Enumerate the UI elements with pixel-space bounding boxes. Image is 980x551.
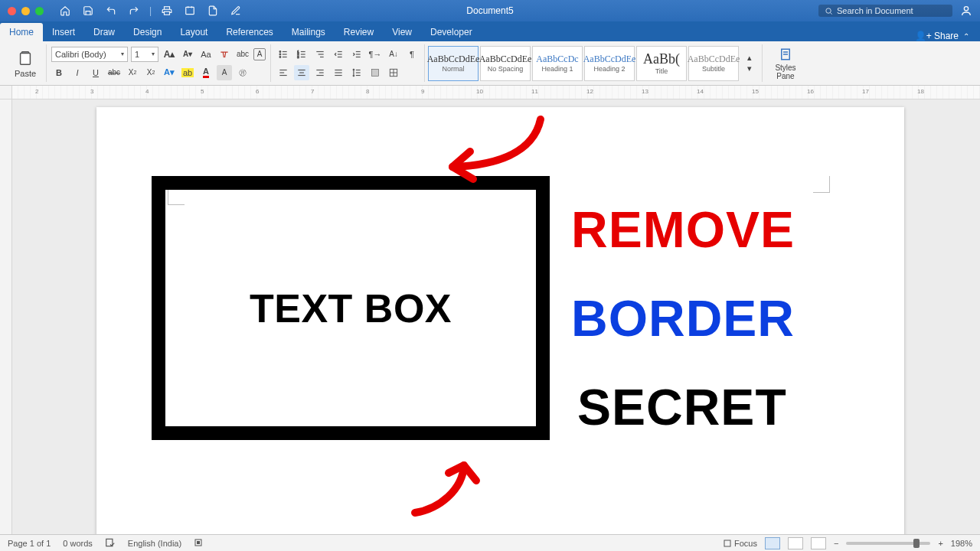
svg-point-5 (964, 7, 968, 11)
numbering-button[interactable]: 123 (294, 47, 309, 62)
zoom-out-button[interactable]: − (834, 539, 838, 548)
quick-access-toolbar: | (57, 3, 243, 18)
share-button[interactable]: 👤+ Share (915, 31, 959, 41)
horizontal-ruler[interactable]: 23456789101112131415161718 (0, 86, 980, 99)
text-box-content: TEXT BOX (250, 285, 452, 331)
style-normal[interactable]: AaBbCcDdEeNormal (428, 46, 479, 81)
text-effects-button[interactable]: A▾ (162, 65, 177, 80)
home-icon[interactable] (57, 3, 73, 18)
tab-home[interactable]: Home (0, 23, 43, 41)
spellcheck-icon[interactable] (105, 537, 116, 549)
styles-scroll-up-icon[interactable]: ▴ (742, 53, 757, 64)
vertical-ruler[interactable] (0, 99, 12, 534)
align-left-button[interactable] (276, 65, 291, 80)
character-border-button[interactable]: A (253, 48, 266, 60)
styles-pane-button[interactable]: Styles Pane (767, 47, 804, 80)
zoom-slider[interactable] (846, 542, 930, 545)
strikethrough-button[interactable]: abc (106, 65, 122, 80)
close-window-icon[interactable] (8, 7, 16, 15)
grow-font-button[interactable]: A▴ (162, 47, 177, 62)
show-marks-button[interactable]: ¶ (404, 47, 420, 62)
enclose-characters-button[interactable]: ㊊ (235, 65, 250, 80)
outline-view-button[interactable] (811, 537, 826, 549)
undo-icon[interactable] (103, 3, 119, 18)
edit-icon[interactable] (228, 3, 243, 18)
font-name-select[interactable]: Calibri (Body)▾ (51, 47, 128, 62)
line-spacing-button[interactable] (349, 65, 364, 80)
print-icon[interactable] (159, 3, 175, 18)
justify-button[interactable] (331, 65, 346, 80)
clear-formatting-button[interactable] (217, 47, 232, 62)
maximize-window-icon[interactable] (35, 7, 44, 15)
margin-corner-icon (813, 176, 830, 193)
underline-button[interactable]: U (88, 65, 103, 80)
style-no-spacing[interactable]: AaBbCcDdEeNo Spacing (480, 46, 531, 81)
tab-draw[interactable]: Draw (84, 23, 124, 41)
tab-design[interactable]: Design (124, 23, 171, 41)
ltr-direction-button[interactable]: ¶→ (368, 47, 383, 62)
text-box-shape[interactable]: TEXT BOX (152, 176, 550, 440)
tab-mailings[interactable]: Mailings (283, 23, 335, 41)
phonetic-guide-button[interactable]: abc (235, 47, 250, 62)
word-count-label[interactable]: 0 words (63, 539, 93, 548)
superscript-button[interactable]: X2 (143, 65, 158, 80)
shading-button[interactable] (368, 65, 383, 80)
change-case-button[interactable]: Aa (198, 47, 214, 62)
arrow-bottom-icon (386, 444, 493, 520)
paste-button[interactable]: Paste (9, 49, 41, 78)
language-label[interactable]: English (India) (128, 539, 181, 548)
svg-point-10 (279, 54, 281, 55)
account-icon[interactable] (959, 3, 974, 18)
highlight-button[interactable]: ab (180, 65, 195, 80)
subscript-button[interactable]: X2 (125, 65, 140, 80)
styles-scroll-down-icon[interactable]: ▾ (742, 64, 757, 74)
tab-developer[interactable]: Developer (421, 23, 482, 41)
borders-button[interactable] (386, 65, 401, 80)
svg-rect-7 (21, 53, 31, 64)
bold-button[interactable]: B (51, 65, 67, 80)
web-layout-view-button[interactable] (788, 537, 803, 549)
tab-references[interactable]: References (217, 23, 282, 41)
search-placeholder: Search in Document (837, 6, 913, 15)
macro-icon[interactable] (194, 538, 203, 549)
ribbon-tabs: Home Insert Draw Design Layout Reference… (0, 21, 980, 41)
multilevel-list-button[interactable] (312, 47, 328, 62)
zoom-in-button[interactable]: + (938, 539, 942, 548)
style-subtitle[interactable]: AaBbCcDdEeSubtitle (688, 46, 739, 81)
tab-layout[interactable]: Layout (171, 23, 217, 41)
search-input[interactable]: Search in Document (818, 5, 952, 17)
focus-mode-button[interactable]: Focus (723, 539, 757, 548)
sort-button[interactable]: A↓ (386, 47, 401, 62)
align-right-button[interactable] (312, 65, 328, 80)
tab-view[interactable]: View (383, 23, 421, 41)
tab-review[interactable]: Review (335, 23, 383, 41)
bullets-button[interactable] (276, 47, 291, 62)
style-heading-1[interactable]: AaBbCcDcHeading 1 (532, 46, 583, 81)
font-color-button[interactable]: A (198, 65, 214, 80)
redo-icon[interactable] (126, 3, 142, 18)
svg-rect-53 (198, 541, 200, 543)
font-size-select[interactable]: 1▾ (131, 47, 158, 62)
overlay-word-remove: REMOVE (571, 201, 795, 259)
shrink-font-button[interactable]: A▾ (180, 47, 195, 62)
ribbon-collapse-icon[interactable]: ⌃ (963, 32, 969, 41)
open-icon[interactable] (182, 3, 198, 18)
align-center-button[interactable] (294, 65, 309, 80)
ribbon: Paste Calibri (Body)▾ 1▾ A▴ A▾ Aa abc A … (0, 41, 980, 86)
increase-indent-button[interactable] (349, 47, 364, 62)
character-shading-button[interactable]: A (217, 65, 232, 80)
page-viewport[interactable]: TEXT BOX REMOVE BORDER SECRET (12, 99, 980, 534)
page-count-label[interactable]: Page 1 of 1 (8, 539, 51, 548)
new-doc-icon[interactable] (205, 3, 220, 18)
styles-group: AaBbCcDdEeNormal AaBbCcDdEeNo Spacing Aa… (425, 44, 763, 82)
style-title[interactable]: AaBb(Title (636, 46, 687, 81)
zoom-level-label[interactable]: 198% (951, 539, 972, 548)
minimize-window-icon[interactable] (21, 7, 30, 15)
italic-button[interactable]: I (70, 65, 85, 80)
save-icon[interactable] (80, 3, 96, 18)
svg-line-4 (831, 12, 832, 14)
tab-insert[interactable]: Insert (43, 23, 84, 41)
style-heading-2[interactable]: AaBbCcDdEeHeading 2 (584, 46, 635, 81)
decrease-indent-button[interactable] (331, 47, 346, 62)
print-layout-view-button[interactable] (765, 537, 780, 549)
